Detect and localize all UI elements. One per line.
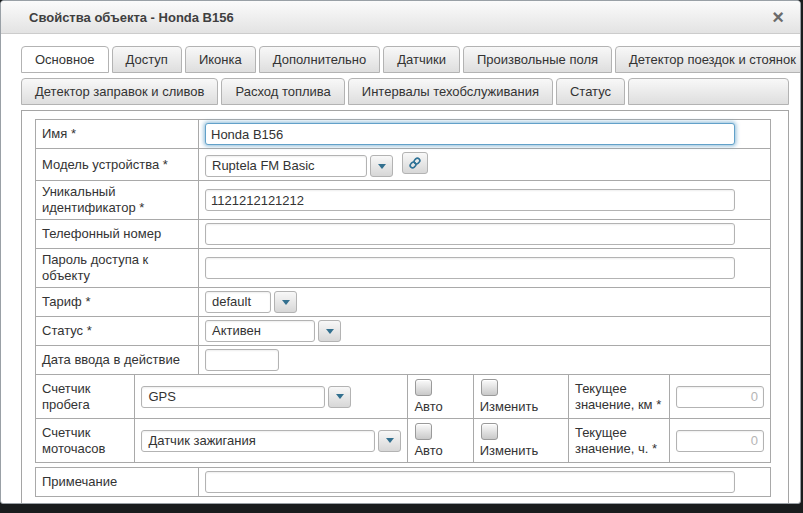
activation-date-label: Дата ввода в действие — [36, 346, 199, 375]
engine-hours-auto-checkbox[interactable]: Авто — [414, 423, 466, 459]
checkbox-icon[interactable] — [415, 423, 432, 440]
access-password-label: Пароль доступа к объекту — [36, 249, 199, 288]
chevron-down-icon[interactable] — [328, 386, 351, 408]
status-value: Активен — [205, 320, 315, 342]
mileage-edit-label: Изменить — [480, 399, 539, 414]
tab-content-main: Имя * Модель устройства * Ruptela FM Bas… — [21, 110, 789, 504]
tab-custom-fields[interactable]: Произвольные поля — [463, 46, 612, 73]
engine-hours-edit-label: Изменить — [480, 443, 539, 458]
engine-hours-counter-label: Счетчик моточасов — [36, 419, 135, 463]
mileage-auto-checkbox[interactable]: Авто — [414, 379, 466, 415]
form-row-name: Имя * — [36, 120, 771, 149]
tariff-select[interactable]: default — [205, 291, 297, 313]
mileage-edit-checkbox[interactable]: Изменить — [480, 379, 562, 415]
tariff-value: default — [205, 291, 271, 313]
form-row-tariff: Тариф * default — [36, 288, 771, 317]
chevron-down-icon[interactable] — [318, 320, 341, 342]
tab-row-2: Детектор заправок и сливов Расход топлив… — [21, 78, 789, 105]
tab-access[interactable]: Доступ — [112, 46, 182, 73]
close-icon[interactable]: × — [772, 8, 784, 26]
tab-strip-filler — [628, 78, 789, 105]
chevron-down-icon[interactable] — [274, 291, 297, 313]
engine-hours-counter-row: Счетчик моточасов Датчик зажигания Авто — [36, 419, 771, 463]
name-label: Имя * — [36, 120, 199, 149]
mileage-counter-row: Счетчик пробега GPS Авто — [36, 375, 771, 419]
engine-hours-source-value: Датчик зажигания — [141, 430, 375, 452]
note-table: Примечание — [35, 467, 771, 497]
tab-icon[interactable]: Иконка — [185, 46, 256, 73]
tab-row-1: Основное Доступ Иконка Дополнительно Дат… — [21, 46, 789, 73]
tab-status[interactable]: Статус — [556, 78, 625, 105]
name-input[interactable] — [205, 123, 735, 145]
form-row-access-password: Пароль доступа к объекту — [36, 249, 771, 288]
status-label: Статус * — [36, 317, 199, 346]
form-row-activation-date: Дата ввода в действие — [36, 346, 771, 375]
tab-main[interactable]: Основное — [21, 46, 109, 73]
form-row-device-model: Модель устройства * Ruptela FM Basic — [36, 149, 771, 181]
form-row-status: Статус * Активен — [36, 317, 771, 346]
phone-input[interactable] — [205, 223, 735, 245]
mileage-source-value: GPS — [141, 386, 325, 408]
checkbox-icon[interactable] — [415, 379, 432, 396]
engine-hours-edit-checkbox[interactable]: Изменить — [480, 423, 562, 459]
tab-advanced[interactable]: Дополнительно — [259, 46, 381, 73]
dialog-title: Свойства объекта - Honda B156 — [29, 10, 772, 25]
link-icon — [408, 156, 422, 170]
screen: Свойства объекта - Honda B156 × Основное… — [0, 0, 803, 513]
form-row-note: Примечание — [36, 468, 771, 497]
unique-id-input[interactable] — [205, 189, 735, 211]
form-row-phone: Телефонный номер — [36, 220, 771, 249]
background-page — [0, 505, 803, 513]
note-input[interactable] — [205, 471, 735, 493]
dialog-titlebar: Свойства объекта - Honda B156 × — [1, 1, 800, 34]
main-form-table: Имя * Модель устройства * Ruptela FM Bas… — [35, 119, 771, 375]
chevron-down-icon[interactable] — [370, 155, 393, 177]
mileage-current-input — [676, 386, 764, 408]
activation-date-input[interactable] — [205, 349, 279, 371]
form-row-unique-id: Уникальный идентификатор * — [36, 181, 771, 220]
device-model-label: Модель устройства * — [36, 149, 199, 181]
tab-trip-detector[interactable]: Детектор поездок и стоянок — [615, 46, 801, 73]
tab-fuel-consumption[interactable]: Расход топлива — [221, 78, 344, 105]
access-password-input[interactable] — [205, 257, 735, 279]
tab-sensors[interactable]: Датчики — [383, 46, 460, 73]
device-model-select[interactable]: Ruptela FM Basic — [205, 155, 393, 177]
chevron-down-icon[interactable] — [378, 430, 401, 452]
tariff-label: Тариф * — [36, 288, 199, 317]
tab-strip: Основное Доступ Иконка Дополнительно Дат… — [21, 46, 789, 105]
checkbox-icon[interactable] — [481, 423, 498, 440]
tab-service-intervals[interactable]: Интервалы техобслуживания — [348, 78, 553, 105]
mileage-source-select[interactable]: GPS — [141, 386, 351, 408]
counters-table: Счетчик пробега GPS Авто — [35, 374, 771, 463]
engine-hours-current-label: Текущее значение, ч. * — [568, 419, 669, 463]
engine-hours-current-input — [676, 430, 764, 452]
mileage-current-label: Текущее значение, км * — [568, 375, 669, 419]
device-model-value: Ruptela FM Basic — [205, 155, 367, 177]
engine-hours-source-select[interactable]: Датчик зажигания — [141, 430, 401, 452]
status-select[interactable]: Активен — [205, 320, 341, 342]
checkbox-icon[interactable] — [481, 379, 498, 396]
engine-hours-auto-label: Авто — [414, 443, 442, 458]
mileage-auto-label: Авто — [414, 399, 442, 414]
mileage-counter-label: Счетчик пробега — [36, 375, 135, 419]
tab-fuel-fillings-detector[interactable]: Детектор заправок и сливов — [21, 78, 218, 105]
note-label: Примечание — [36, 468, 199, 497]
phone-label: Телефонный номер — [36, 220, 199, 249]
object-properties-dialog: Свойства объекта - Honda B156 × Основное… — [0, 0, 801, 504]
unique-id-label: Уникальный идентификатор * — [36, 181, 199, 220]
device-link-button[interactable] — [402, 152, 428, 174]
